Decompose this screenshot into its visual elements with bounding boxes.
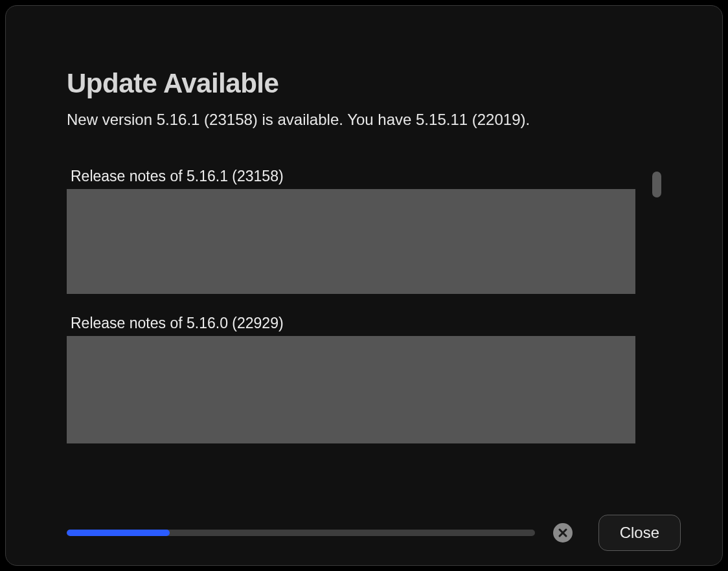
scrollbar-thumb[interactable] [652,172,661,197]
dialog-title: Update Available [67,68,661,99]
release-notes-heading: Release notes of 5.16.0 (22929) [71,315,647,332]
release-notes-heading: Release notes of 5.16.1 (23158) [71,168,647,185]
release-notes-content [67,189,635,294]
progress-bar [67,530,535,536]
dialog-footer: Close [67,515,681,551]
update-dialog: Update Available New version 5.16.1 (231… [5,5,723,566]
release-notes-content [67,336,635,443]
dialog-subtitle: New version 5.16.1 (23158) is available.… [67,111,661,129]
close-button[interactable]: Close [598,515,681,551]
release-notes-scroll[interactable]: Release notes of 5.16.1 (23158) Release … [67,168,661,443]
close-circle-icon [558,528,568,538]
scrollbar[interactable] [652,172,661,440]
cancel-download-button[interactable] [553,523,573,543]
progress-fill [67,530,170,536]
